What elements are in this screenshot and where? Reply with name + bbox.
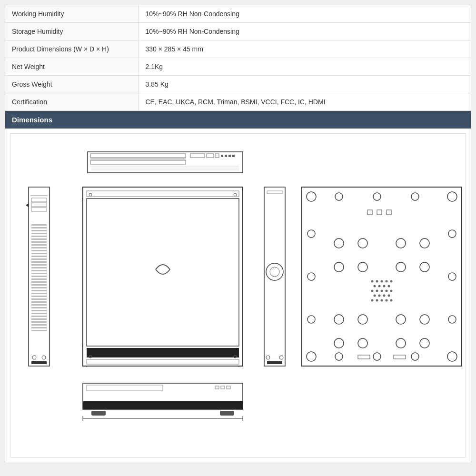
svg-rect-82 [267,361,282,364]
svg-point-105 [358,262,367,272]
svg-rect-38 [31,276,47,277]
svg-point-134 [371,299,374,302]
svg-rect-45 [31,296,47,297]
svg-point-91 [335,353,343,360]
svg-rect-24 [31,236,47,237]
svg-point-98 [448,273,456,280]
svg-point-90 [411,193,419,200]
svg-rect-8 [225,155,227,157]
front-panel-diagram [87,148,244,177]
svg-rect-139 [367,210,372,215]
svg-point-85 [447,192,457,201]
svg-point-122 [378,285,381,288]
left-side-diagram [25,186,53,367]
svg-rect-39 [31,278,47,280]
svg-point-116 [371,280,374,283]
svg-point-108 [334,315,344,324]
svg-rect-65 [87,359,239,364]
svg-point-102 [396,238,406,248]
svg-point-72 [89,193,92,196]
main-front-diagram [82,186,244,367]
svg-rect-145 [83,401,243,409]
svg-rect-3 [90,160,186,164]
svg-point-138 [390,299,393,302]
spec-label: Net Weight [5,58,139,76]
svg-point-73 [234,193,237,196]
svg-point-113 [358,338,367,348]
svg-rect-7 [221,155,223,157]
spec-value: 330 × 285 × 45 mm [139,40,471,58]
svg-rect-62 [87,191,239,197]
svg-point-129 [390,290,393,292]
spec-value: 2.1Kg [139,58,471,76]
bottom-view-diagram [301,186,463,367]
svg-point-95 [307,273,315,280]
svg-point-89 [373,193,381,200]
svg-rect-21 [31,227,47,228]
svg-point-121 [374,285,376,288]
dimensions-label: Dimensions [12,116,52,124]
svg-rect-41 [31,284,47,286]
spec-value: 3.85 Kg [139,76,471,93]
spec-value: 10%~90% RH Non-Condensing [139,23,471,40]
spec-row: Product Dimensions (W × D × H)330 × 285 … [5,40,471,58]
svg-rect-29 [31,250,47,251]
spec-row: Net Weight2.1Kg [5,58,471,76]
page-container: Working Humidity10%~90% RH Non-Condensin… [5,5,471,463]
svg-rect-49 [31,307,47,308]
svg-rect-42 [31,287,47,288]
svg-point-84 [307,192,316,201]
svg-rect-140 [377,210,382,215]
spec-label: Gross Weight [5,76,139,93]
svg-point-132 [383,295,386,297]
svg-point-80 [266,356,270,359]
svg-rect-56 [31,327,47,328]
svg-point-123 [383,285,386,288]
svg-rect-28 [31,247,47,248]
svg-rect-4 [190,154,205,158]
svg-rect-9 [228,155,231,157]
svg-point-117 [376,280,378,283]
svg-rect-36 [31,270,47,271]
svg-point-97 [448,230,456,238]
svg-rect-64 [87,348,239,357]
svg-point-94 [307,230,315,238]
svg-point-96 [307,316,315,323]
svg-rect-50 [31,310,47,311]
svg-rect-18 [31,208,47,211]
svg-rect-43 [31,290,47,291]
svg-rect-57 [31,330,47,331]
svg-point-110 [396,315,406,324]
svg-rect-148 [221,386,225,389]
svg-rect-22 [31,230,47,231]
svg-rect-16 [31,198,47,202]
svg-point-92 [373,353,381,360]
spec-label: Product Dimensions (W × D × H) [5,40,139,58]
svg-rect-55 [31,324,47,326]
spec-label: Certification [5,93,139,111]
svg-rect-2 [90,159,186,159]
dimensions-section-header: Dimensions [5,111,471,129]
svg-point-135 [376,299,378,302]
svg-rect-27 [31,244,47,246]
svg-point-114 [396,338,406,348]
svg-point-124 [388,285,390,288]
svg-rect-26 [31,241,47,243]
svg-point-106 [396,262,406,272]
svg-rect-1 [90,154,186,158]
svg-rect-54 [31,321,47,323]
svg-point-119 [386,280,388,283]
svg-point-77 [266,263,283,280]
svg-rect-52 [31,316,47,317]
dimensions-area [10,133,466,458]
svg-point-81 [279,356,283,359]
svg-point-136 [381,299,383,302]
svg-rect-151 [220,411,234,416]
svg-rect-46 [31,298,47,300]
svg-point-107 [420,262,429,272]
svg-point-103 [420,238,429,248]
svg-rect-143 [394,355,406,359]
svg-rect-5 [207,154,214,158]
svg-point-137 [386,299,388,302]
svg-rect-53 [31,318,47,320]
